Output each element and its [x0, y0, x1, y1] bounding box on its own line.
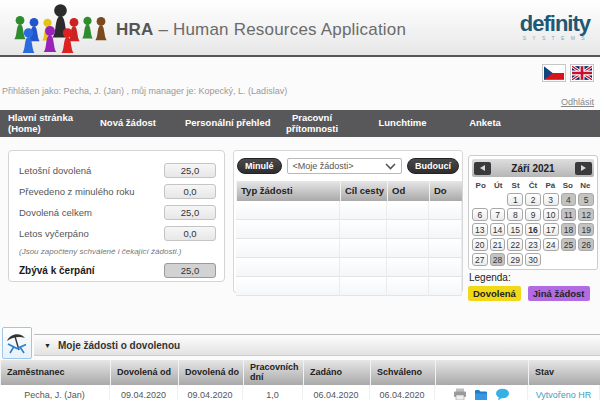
requests-empty-cell: [387, 220, 429, 239]
calendar-day[interactable]: 21: [490, 238, 506, 251]
calendar-day[interactable]: 14: [490, 223, 506, 236]
comment-icon[interactable]: [495, 388, 510, 400]
requests-column-header: Od: [387, 181, 429, 201]
cell-status: Vytvořeno HR: [528, 385, 600, 400]
requests-filter-value: <Moje žádosti>: [293, 161, 354, 171]
summary-value: 0,0: [164, 226, 216, 241]
calendar-day[interactable]: 20: [472, 238, 488, 251]
print-icon[interactable]: [453, 388, 467, 400]
summary-row: Převedeno z minulého roku0,0: [19, 181, 216, 202]
vacation-requests-table-header: ZaměstnanecDovolená odDovolená doPracovn…: [0, 360, 600, 385]
czech-flag-icon[interactable]: [542, 64, 566, 82]
legend-other-request-badge: Jiná žádost: [528, 286, 590, 301]
cell-approved: 06.04.2020: [370, 385, 435, 400]
nav-item-2[interactable]: Personální přehled: [185, 118, 278, 128]
calendar-day[interactable]: 27: [472, 253, 488, 266]
documents-icon[interactable]: [474, 388, 488, 400]
requests-table-column-header: Schváleno: [370, 360, 435, 385]
requests-empty-cell: [429, 220, 462, 239]
calendar-day[interactable]: 29: [507, 253, 523, 266]
arrow-right-icon: [581, 165, 586, 171]
calendar-day[interactable]: 2: [525, 193, 541, 206]
nav-item-3[interactable]: Pracovní přítomnosti: [278, 113, 360, 134]
calendar-day[interactable]: 11: [561, 208, 577, 221]
app-title-rest: – Human Resources Application: [158, 20, 406, 39]
main-nav: Hlavní stránka (Home)Nová žádostPersonál…: [0, 110, 600, 137]
nav-item-5[interactable]: Anketa: [445, 118, 525, 128]
calendar-panel: Září 2021 PoÚtStČtPáSoNe 123456789101112…: [468, 155, 598, 270]
requests-empty-cell: [429, 239, 462, 258]
calendar-weekday: Pá: [542, 180, 559, 192]
calendar-day[interactable]: 10: [543, 208, 559, 221]
calendar-day[interactable]: 30: [525, 253, 541, 266]
calendar-weekday: St: [507, 180, 524, 192]
requests-table-column-header: Zadáno: [303, 360, 370, 385]
calendar-day[interactable]: 24: [543, 238, 559, 251]
my-vacation-requests-header[interactable]: ▼ Moje žádosti o dovolenou: [34, 334, 600, 356]
past-requests-button[interactable]: Minulé: [237, 158, 282, 174]
uk-flag-icon[interactable]: [570, 64, 594, 82]
summary-value: 0,0: [164, 184, 216, 199]
requests-empty-cell: [236, 239, 340, 258]
nav-item-1[interactable]: Nová žádost: [100, 118, 185, 128]
requests-empty-cell: [236, 258, 340, 277]
calendar-day[interactable]: 18: [561, 223, 577, 236]
calendar-day[interactable]: 19: [578, 223, 594, 236]
calendar-day[interactable]: 6: [472, 208, 488, 221]
calendar-day[interactable]: 28: [490, 253, 506, 266]
calendar-day[interactable]: 15: [507, 223, 523, 236]
calendar-day[interactable]: 7: [490, 208, 506, 221]
requests-panel: Minulé <Moje žádosti> Budoucí Typ žádost…: [233, 150, 463, 293]
legend-label: Legenda:: [469, 272, 511, 283]
requests-table-column-header: Pracovních dní: [243, 360, 303, 385]
requests-empty-cell: [387, 201, 429, 220]
calendar-day[interactable]: 3: [543, 193, 559, 206]
logout-link[interactable]: Odhlásit: [561, 97, 594, 107]
calendar-next-month-button[interactable]: [575, 162, 592, 175]
beach-umbrella-icon: [5, 331, 29, 355]
vacation-summary-rows: Letošní dovolená25,0Převedeno z minulého…: [19, 160, 216, 244]
calendar-day[interactable]: 23: [525, 238, 541, 251]
requests-empty-cell: [236, 201, 340, 220]
summary-row: Letos vyčerpáno0,0: [19, 223, 216, 244]
calendar-day[interactable]: 17: [543, 223, 559, 236]
vacation-remaining-label: Zbývá k čerpání: [19, 265, 95, 276]
future-requests-button[interactable]: Budoucí: [407, 158, 459, 174]
calendar-day-grid: 1234567891011121314151617181920212223242…: [472, 193, 594, 266]
legend-vacation-badge: Dovolená: [468, 286, 521, 301]
calendar-day[interactable]: 16: [525, 223, 541, 236]
cell-working-days: 1,0: [243, 385, 303, 400]
vacation-remaining-row: Zbývá k čerpání 25,0: [19, 260, 216, 280]
vacation-request-row[interactable]: Pecha, J. (Jan) 09.04.2020 09.04.2020 1,…: [0, 385, 600, 400]
requests-column-header: Typ žádosti: [236, 181, 340, 201]
summary-value: 25,0: [164, 163, 216, 178]
vacation-summary-note: (Jsou započteny schválené i čekající žád…: [19, 247, 216, 256]
calendar-day[interactable]: 25: [561, 238, 577, 251]
nav-item-4[interactable]: Lunchtime: [360, 118, 445, 128]
requests-empty-cell: [429, 277, 462, 296]
requests-empty-cell: [236, 277, 340, 296]
calendar-day[interactable]: 26: [578, 238, 594, 251]
calendar-day[interactable]: 8: [507, 208, 523, 221]
nav-item-0[interactable]: Hlavní stránka (Home): [8, 113, 100, 134]
summary-value: 25,0: [164, 205, 216, 220]
requests-empty-cell: [387, 277, 429, 296]
legend-badges: Dovolená Jiná žádost: [468, 286, 590, 301]
calendar-day[interactable]: 12: [578, 208, 594, 221]
calendar-day[interactable]: 5: [578, 193, 594, 206]
app-header: HRA – Human Resources Application defini…: [0, 0, 600, 57]
requests-empty-cell: [429, 201, 462, 220]
calendar-day[interactable]: 9: [525, 208, 541, 221]
summary-label: Letos vyčerpáno: [19, 228, 89, 239]
calendar-day[interactable]: 13: [472, 223, 488, 236]
calendar-day[interactable]: 4: [561, 193, 577, 206]
requests-filter-select[interactable]: <Moje žádosti>: [287, 158, 403, 174]
calendar-prev-month-button[interactable]: [474, 162, 491, 175]
summary-label: Převedeno z minulého roku: [19, 186, 135, 197]
app-title-abbr: HRA: [116, 20, 153, 39]
calendar-day[interactable]: 1: [507, 193, 523, 206]
requests-table-column-header: Dovolená do: [178, 360, 243, 385]
collapse-triangle-icon[interactable]: ▼: [44, 342, 51, 349]
calendar-day[interactable]: 22: [507, 238, 523, 251]
vacation-section-icon-box[interactable]: [2, 327, 32, 359]
